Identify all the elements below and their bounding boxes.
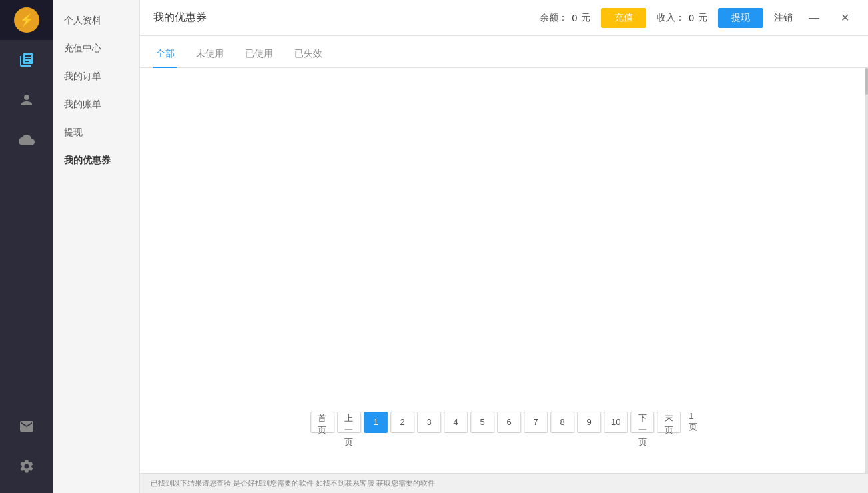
status-bar: 已找到以下结果请您查验 是否好找到您需要的软件 如找不到联系客服 获取您需要的软… <box>140 473 868 493</box>
sidebar-profile[interactable]: 个人资料 <box>53 7 139 35</box>
first-page-button[interactable]: 首页 <box>310 412 334 433</box>
tab-used[interactable]: 已使用 <box>242 41 276 68</box>
tab-bar: 全部 未使用 已使用 已失效 <box>140 36 868 68</box>
tab-unused[interactable]: 未使用 <box>193 41 226 68</box>
sidebar-orders[interactable]: 我的订单 <box>53 63 139 91</box>
book-icon <box>19 52 35 68</box>
charge-button[interactable]: 充值 <box>601 8 646 28</box>
sidebar-light: 个人资料 充值中心 我的订单 我的账单 提现 我的优惠券 <box>53 0 140 493</box>
sidebar-dark: ⚡ <box>0 0 53 493</box>
page-3-button[interactable]: 3 <box>417 412 441 433</box>
balance-value: 0 <box>572 13 577 23</box>
sidebar-settings-btn[interactable] <box>0 446 53 486</box>
app-logo[interactable]: ⚡ <box>0 0 53 40</box>
sidebar-coupons[interactable]: 我的优惠券 <box>53 147 139 175</box>
page-4-button[interactable]: 4 <box>444 412 468 433</box>
sidebar-withdraw[interactable]: 提现 <box>53 119 139 147</box>
sidebar-cloud-btn[interactable] <box>0 120 53 160</box>
sidebar-mail-btn[interactable] <box>0 406 53 446</box>
page-8-button[interactable]: 8 <box>550 412 574 433</box>
user-icon <box>19 92 35 108</box>
income-label: 收入： <box>657 12 685 24</box>
balance-section: 余额： 0 元 <box>540 12 590 24</box>
cloud-icon <box>19 132 35 148</box>
balance-label: 余额： <box>540 12 568 24</box>
content-area: 首页 上一页 1 2 3 4 5 6 7 8 9 10 下一页 末页 1 页 <box>140 68 868 473</box>
mail-icon <box>19 418 35 434</box>
page-9-button[interactable]: 9 <box>577 412 601 433</box>
page-2-button[interactable]: 2 <box>390 412 414 433</box>
page-title: 我的优惠券 <box>153 11 207 25</box>
page-7-button[interactable]: 7 <box>524 412 548 433</box>
logo-icon: ⚡ <box>14 7 39 33</box>
tab-all[interactable]: 全部 <box>153 41 177 68</box>
logout-button[interactable]: 注销 <box>774 12 793 24</box>
sidebar-user-btn[interactable] <box>0 80 53 120</box>
page-10-button[interactable]: 10 <box>604 412 628 433</box>
prev-page-button[interactable]: 上一页 <box>337 412 361 433</box>
sidebar-book-btn[interactable] <box>0 40 53 80</box>
next-page-button[interactable]: 下一页 <box>630 412 654 433</box>
income-section: 收入： 0 元 <box>657 12 707 24</box>
pagination: 首页 上一页 1 2 3 4 5 6 7 8 9 10 下一页 末页 1 页 <box>310 411 697 433</box>
gear-icon <box>19 458 35 474</box>
page-1-button[interactable]: 1 <box>364 412 388 433</box>
minimize-button[interactable]: — <box>803 9 825 27</box>
withdraw-button[interactable]: 提现 <box>718 8 763 28</box>
sidebar-recharge[interactable]: 充值中心 <box>53 35 139 63</box>
balance-unit: 元 <box>581 12 590 24</box>
tab-expired[interactable]: 已失效 <box>292 41 325 68</box>
close-button[interactable]: ✕ <box>835 9 855 27</box>
scrollbar[interactable] <box>865 68 868 473</box>
top-bar: 我的优惠券 余额： 0 元 充值 收入： 0 元 提现 注销 — ✕ <box>140 0 868 36</box>
sidebar-billing[interactable]: 我的账单 <box>53 91 139 119</box>
page-5-button[interactable]: 5 <box>470 412 494 433</box>
page-info: 1 页 <box>689 411 697 433</box>
last-page-button[interactable]: 末页 <box>657 412 681 433</box>
income-unit: 元 <box>698 12 707 24</box>
main-content: 我的优惠券 余额： 0 元 充值 收入： 0 元 提现 注销 — ✕ 全部 未使… <box>140 0 868 493</box>
income-value: 0 <box>689 13 694 23</box>
page-6-button[interactable]: 6 <box>497 412 521 433</box>
status-text: 已找到以下结果请您查验 是否好找到您需要的软件 如找不到联系客服 获取您需要的软… <box>151 478 435 488</box>
scroll-thumb <box>865 68 868 95</box>
